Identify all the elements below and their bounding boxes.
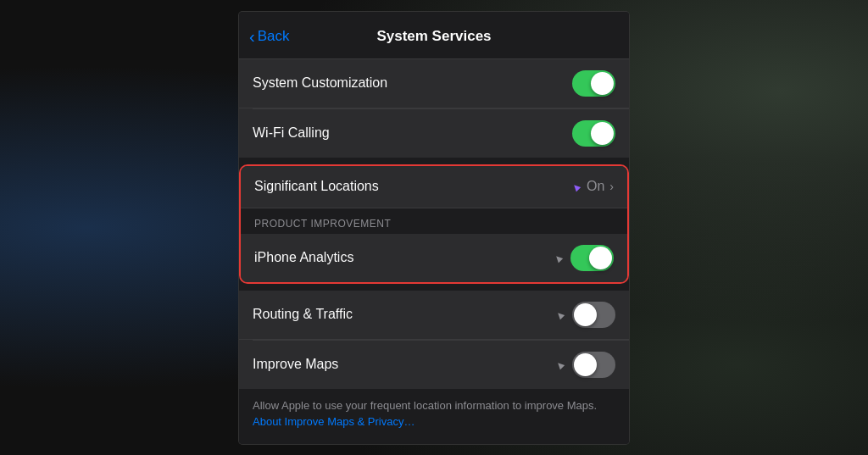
toggle-knob <box>591 122 614 145</box>
back-button[interactable]: ‹ Back <box>249 28 289 45</box>
iphone-analytics-label: iPhone Analytics <box>254 250 353 265</box>
wifi-calling-item[interactable]: Wi-Fi Calling <box>239 109 629 158</box>
bottom-settings-group: Routing & Traffic ▲ Improve Maps ▲ <box>239 291 629 389</box>
location-gray-icon: ▲ <box>550 249 567 266</box>
location-gray-icon-routing: ▲ <box>552 306 569 323</box>
section-header-text: PRODUCT IMPROVEMENT <box>254 218 391 230</box>
wifi-calling-toggle[interactable] <box>572 120 615 147</box>
routing-traffic-item[interactable]: Routing & Traffic ▲ <box>239 291 629 340</box>
routing-traffic-label: Routing & Traffic <box>253 307 353 322</box>
back-label: Back <box>258 28 290 45</box>
settings-content: System Customization Wi-Fi Calling <box>239 59 629 444</box>
system-customization-item[interactable]: System Customization <box>239 59 629 108</box>
toggle-knob <box>574 353 597 376</box>
system-customization-label: System Customization <box>253 75 387 91</box>
system-customization-toggle[interactable] <box>572 70 615 97</box>
toggle-knob <box>574 303 597 326</box>
highlighted-section: Significant Locations ▲ On › PRODUCT IMP… <box>239 164 629 284</box>
improve-maps-label: Improve Maps <box>253 357 338 372</box>
navigation-header: ‹ Back System Services <box>239 12 629 59</box>
significant-locations-item[interactable]: Significant Locations ▲ On › <box>241 166 627 208</box>
page-title: System Services <box>376 28 491 45</box>
routing-traffic-right: ▲ <box>554 302 615 328</box>
location-gray-icon-maps: ▲ <box>552 356 569 373</box>
footer-link[interactable]: About Improve Maps & Privacy… <box>253 415 415 428</box>
phone-screen: ‹ Back System Services System Customizat… <box>239 12 629 444</box>
footer: Allow Apple to use your frequent locatio… <box>239 389 629 441</box>
improve-maps-toggle[interactable] <box>572 352 615 378</box>
improve-maps-item[interactable]: Improve Maps ▲ <box>239 341 629 389</box>
location-purple-icon: ▲ <box>568 178 585 195</box>
wifi-calling-label: Wi-Fi Calling <box>253 125 330 141</box>
significant-locations-label: Significant Locations <box>254 179 379 194</box>
highlight-wrapper: Significant Locations ▲ On › PRODUCT IMP… <box>239 158 629 291</box>
significant-locations-status: On <box>587 179 604 194</box>
chevron-right-icon: › <box>609 180 614 193</box>
routing-traffic-toggle[interactable] <box>572 302 615 328</box>
iphone-analytics-item[interactable]: iPhone Analytics ▲ <box>241 234 627 282</box>
iphone-analytics-toggle[interactable] <box>570 245 614 271</box>
significant-locations-right: ▲ On › <box>570 179 614 194</box>
product-improvement-header: PRODUCT IMPROVEMENT <box>241 208 627 234</box>
toggle-knob <box>589 247 612 269</box>
footer-text: Allow Apple to use your frequent locatio… <box>253 397 615 430</box>
toggle-knob <box>591 72 614 95</box>
top-settings-group: System Customization Wi-Fi Calling <box>239 59 629 158</box>
wifi-calling-right <box>572 120 615 147</box>
chevron-back-icon: ‹ <box>249 28 255 45</box>
system-customization-right <box>572 70 615 97</box>
iphone-analytics-right: ▲ <box>553 245 614 271</box>
improve-maps-right: ▲ <box>554 352 615 378</box>
